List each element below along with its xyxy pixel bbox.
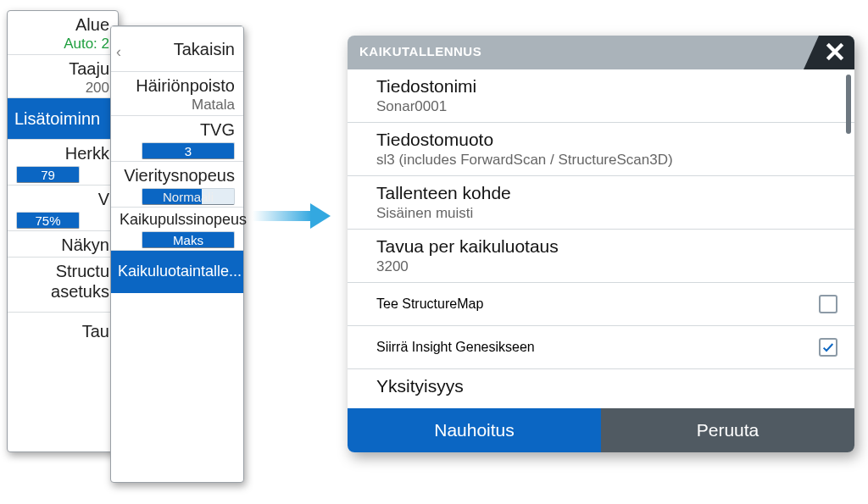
menu-item-alue[interactable]: Alue Auto: 2: [8, 11, 118, 54]
label: Siirrä Insight Genesikseen: [376, 340, 535, 355]
label: Taaju: [13, 58, 109, 79]
value-chip: Maks: [142, 231, 235, 248]
value-chip: 75%: [16, 212, 80, 229]
checkbox-structuremap[interactable]: [819, 295, 837, 313]
row-bytes-per-sounding[interactable]: Tavua per kaikuluotaus 3200: [348, 230, 854, 283]
dialog-header: KAIKUTALLENNUS: [348, 36, 854, 69]
row-privacy[interactable]: Yksityisyys: [348, 369, 854, 398]
menu-item-hairionpoisto[interactable]: Häiriönpoisto Matala: [111, 71, 243, 115]
row-create-structuremap[interactable]: Tee StructureMap: [348, 283, 854, 326]
check-icon: [821, 341, 835, 354]
scrollbar-thumb[interactable]: [846, 75, 851, 134]
menu-item-tauko[interactable]: Tau: [8, 312, 118, 343]
dialog-body: Tiedostonimi Sonar0001 Tiedostomuoto sl3…: [348, 69, 854, 408]
label: Vieritysnopeus: [120, 165, 235, 186]
dialog-title: KAIKUTALLENNUS: [359, 44, 481, 58]
value: Sonar0001: [376, 98, 837, 115]
label: Takaisin: [120, 39, 235, 59]
label: Herkk: [13, 143, 109, 163]
menu-item-taajuus[interactable]: Taaju 200: [8, 54, 118, 98]
flow-arrow-icon: [253, 203, 337, 229]
row-save-destination[interactable]: Tallenteen kohde Sisäinen muisti: [348, 176, 854, 230]
label: Peruuta: [697, 420, 760, 440]
label-line2: asetuks: [13, 281, 109, 302]
value: Sisäinen muisti: [376, 205, 837, 222]
dialog-footer: Nauhoitus Peruuta: [348, 408, 854, 452]
value: 3200: [376, 258, 837, 275]
label: Lisätoiminn: [14, 108, 111, 129]
recording-dialog: KAIKUTALLENNUS Tiedostonimi Sonar0001 Ti…: [348, 36, 854, 452]
value-chip: Normaali: [142, 188, 235, 205]
menu-item-kaikupulssinopeus[interactable]: Kaikupulssinopeus Maks: [111, 207, 243, 251]
value: Auto: 2: [13, 36, 109, 53]
cancel-button[interactable]: Peruuta: [601, 408, 854, 452]
record-button[interactable]: Nauhoitus: [348, 408, 601, 452]
row-upload-insight-genesis[interactable]: Siirrä Insight Genesikseen: [348, 326, 854, 369]
menu-panel-level1: Alue Auto: 2 Taaju 200 Lisätoiminn Herkk…: [7, 10, 119, 452]
value: 200: [13, 80, 109, 97]
back-caret-icon[interactable]: ‹: [116, 43, 121, 61]
label: Kaikupulssinopeus: [120, 211, 235, 230]
menu-item-herkkyys[interactable]: Herkk 79: [8, 139, 118, 185]
menu-item-kaikuluotaintallennus[interactable]: Kaikuluotaintalle...: [111, 250, 243, 293]
label: Tau: [13, 321, 109, 341]
value: sl3 (includes ForwardScan / StructureSca…: [376, 152, 837, 169]
close-button[interactable]: [804, 36, 854, 69]
label: V: [13, 189, 109, 209]
label: Tallenteen kohde: [376, 183, 837, 203]
value-chip: 3: [142, 142, 235, 159]
label: Häiriönpoisto: [120, 75, 235, 96]
label: Tavua per kaikuluotaus: [376, 236, 837, 257]
label: Tiedostomuoto: [376, 130, 837, 150]
label: TVG: [120, 119, 235, 140]
label: Kaikuluotaintalle...: [118, 263, 236, 281]
label: Nauhoitus: [434, 420, 515, 440]
value-chip: 79: [16, 166, 80, 183]
menu-item-structure-asetukset[interactable]: Structu asetuks: [8, 257, 118, 312]
label: Näkyn: [13, 235, 109, 255]
checkbox-insight-genesis[interactable]: [819, 338, 837, 357]
menu-item-tvg[interactable]: TVG 3: [111, 115, 243, 161]
label: Yksityisyys: [376, 376, 837, 396]
row-filename[interactable]: Tiedostonimi Sonar0001: [348, 69, 854, 123]
menu-item-back[interactable]: Takaisin: [111, 26, 243, 71]
value: Matala: [120, 97, 235, 114]
close-icon: [824, 41, 846, 63]
menu-item-nakyma[interactable]: Näkyn: [8, 230, 118, 257]
row-fileformat[interactable]: Tiedostomuoto sl3 (includes ForwardScan …: [348, 123, 854, 176]
menu-item-lisatoiminnot[interactable]: Lisätoiminn: [8, 97, 118, 139]
label: Tiedostonimi: [376, 76, 837, 97]
menu-item-vieritysnopeus[interactable]: Vieritysnopeus Normaali: [111, 161, 243, 207]
label: Alue: [13, 14, 109, 35]
label-line1: Structu: [13, 261, 109, 281]
menu-item-v[interactable]: V 75%: [8, 185, 118, 230]
menu-panel-level2: ‹ Takaisin Häiriönpoisto Matala TVG 3 Vi…: [110, 25, 244, 483]
label: Tee StructureMap: [376, 296, 483, 312]
